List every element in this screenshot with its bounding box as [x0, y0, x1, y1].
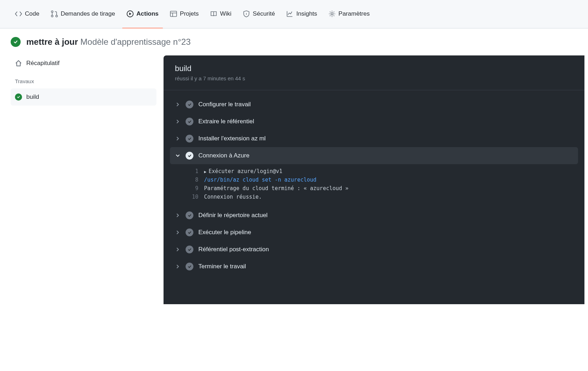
tab-projects-label: Projets [180, 10, 199, 17]
check-circle-icon [186, 211, 193, 219]
check-circle-icon [186, 263, 193, 270]
play-circle-icon [127, 10, 134, 17]
chevron-right-icon [175, 230, 181, 235]
tab-actions[interactable]: Actions [122, 0, 163, 28]
workflow-title-rest: Modèle d'apprentissage n°23 [80, 37, 191, 47]
gear-icon [328, 10, 336, 17]
chevron-right-icon [175, 247, 181, 252]
chevron-right-icon [175, 136, 181, 141]
job-header: build réussi il y a 7 minutes en 44 s [164, 55, 584, 90]
tab-wiki-label: Wiki [220, 10, 231, 17]
workflow-title-bold: mettre à jour [26, 37, 78, 47]
log-line-number: 9 [188, 185, 198, 192]
step-row[interactable]: Installer l'extension az ml [170, 130, 578, 147]
log-line-text: ▶Exécuter azure/login@v1 [204, 168, 282, 174]
chevron-right-icon [175, 119, 181, 124]
log-line-text: Paramétrage du cloud terminé : « azurecl… [204, 185, 348, 192]
repo-nav: Code Demandes de tirage Actions Projets … [0, 0, 588, 28]
step-row-expanded[interactable]: Connexion à Azure [170, 147, 578, 164]
svg-point-6 [331, 12, 333, 15]
workflow-title-row: mettre à jour Modèle d'apprentissage n°2… [0, 28, 588, 55]
tab-security-label: Sécurité [253, 10, 275, 17]
svg-point-2 [55, 15, 57, 17]
step-row[interactable]: Terminer le travail [170, 258, 578, 275]
steps-list: Configurer le travail Extraire le référe… [164, 90, 584, 281]
chevron-right-icon [175, 102, 181, 107]
tab-wiki[interactable]: Wiki [206, 0, 236, 28]
sidebar-job-build[interactable]: build [11, 88, 156, 106]
check-circle-icon [186, 135, 193, 143]
step-label: Extraire le référentiel [198, 118, 254, 125]
triangle-right-icon: ▶ [204, 170, 207, 174]
step-row[interactable]: Exécuter le pipeline [170, 224, 578, 241]
step-label: Connexion à Azure [198, 152, 250, 159]
log-output: 1 ▶Exécuter azure/login@v1 8 /usr/bin/az… [170, 164, 578, 207]
chevron-right-icon [175, 264, 181, 269]
job-name: build [175, 64, 573, 73]
tab-actions-label: Actions [137, 10, 159, 17]
check-circle-icon [186, 101, 193, 108]
step-row[interactable]: Référentiel post-extraction [170, 241, 578, 258]
sidebar-jobs-heading: Travaux [11, 71, 156, 88]
shield-icon [243, 10, 250, 17]
sidebar-job-label: build [26, 93, 39, 101]
check-circle-icon [186, 228, 193, 236]
step-label: Définir le répertoire actuel [198, 212, 268, 219]
step-label: Installer l'extension az ml [198, 135, 266, 142]
book-icon [210, 10, 217, 17]
graph-icon [286, 10, 293, 17]
step-row[interactable]: Configurer le travail [170, 96, 578, 113]
step-label: Configurer le travail [198, 101, 251, 108]
tab-settings[interactable]: Paramètres [324, 0, 374, 28]
log-line-text: Connexion réussie. [204, 194, 262, 200]
check-circle-icon [186, 118, 193, 125]
tab-insights[interactable]: Insights [282, 0, 321, 28]
tab-code[interactable]: Code [11, 0, 44, 28]
success-status-icon [15, 93, 22, 101]
log-line[interactable]: 9 Paramétrage du cloud terminé : « azure… [188, 184, 578, 193]
log-line[interactable]: 8 /usr/bin/az cloud set -n azurecloud [188, 176, 578, 184]
job-status-line: réussi il y a 7 minutes en 44 s [175, 75, 573, 81]
log-line[interactable]: 10 Connexion réussie. [188, 193, 578, 201]
svg-point-1 [51, 15, 53, 17]
tab-settings-label: Paramètres [338, 10, 370, 17]
log-line-number: 10 [188, 194, 198, 200]
tab-code-label: Code [25, 10, 39, 17]
chevron-right-icon [175, 213, 181, 218]
git-pull-request-icon [51, 10, 58, 17]
job-log-panel: build réussi il y a 7 minutes en 44 s Co… [164, 55, 584, 304]
tab-security[interactable]: Sécurité [239, 0, 279, 28]
step-row[interactable]: Extraire le référentiel [170, 113, 578, 130]
step-row[interactable]: Définir le répertoire actuel [170, 207, 578, 224]
tab-projects[interactable]: Projets [166, 0, 203, 28]
log-line[interactable]: 1 ▶Exécuter azure/login@v1 [188, 167, 578, 176]
sidebar-summary[interactable]: Récapitulatif [11, 55, 156, 71]
table-icon [170, 10, 177, 17]
step-label: Terminer le travail [198, 263, 246, 270]
log-line-number: 1 [188, 168, 198, 174]
sidebar-summary-label: Récapitulatif [26, 60, 60, 67]
check-circle-icon [186, 246, 193, 253]
log-line-number: 8 [188, 177, 198, 183]
chevron-down-icon [175, 153, 181, 158]
svg-rect-4 [170, 11, 177, 16]
tab-pulls[interactable]: Demandes de tirage [47, 0, 119, 28]
tab-pulls-label: Demandes de tirage [61, 10, 115, 17]
code-icon [15, 10, 22, 17]
log-line-text: /usr/bin/az cloud set -n azurecloud [204, 177, 316, 183]
sidebar: Récapitulatif Travaux build [4, 55, 164, 304]
tab-insights-label: Insights [296, 10, 317, 17]
check-circle-icon [186, 152, 193, 160]
home-icon [15, 60, 22, 67]
svg-point-0 [51, 11, 53, 12]
svg-point-5 [246, 13, 247, 14]
step-label: Exécuter le pipeline [198, 229, 251, 236]
workflow-title: mettre à jour Modèle d'apprentissage n°2… [26, 37, 191, 47]
success-status-icon [11, 37, 21, 47]
step-label: Référentiel post-extraction [198, 246, 269, 253]
